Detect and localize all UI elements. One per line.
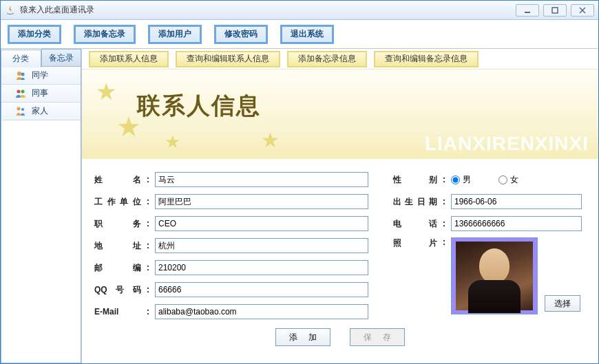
close-button[interactable]: [571, 4, 594, 17]
qq-field[interactable]: [155, 282, 368, 297]
sidebar-item-label: 家人: [32, 105, 48, 117]
main-area: 添加联系人信息 查询和编辑联系人信息 添加备忘录信息 查询和编辑备忘录信息 ★ …: [82, 49, 598, 363]
email-field[interactable]: [155, 304, 368, 319]
portrait-placeholder: [456, 242, 533, 310]
label-phone: 电 话: [393, 218, 437, 230]
sidebar: 分类 备忘录 同学 同事 家人: [1, 49, 82, 363]
svg-point-7: [21, 108, 24, 111]
people-color-icon: [15, 88, 26, 99]
subtab-add-contact[interactable]: 添加联系人信息: [89, 51, 169, 67]
sidebar-item-label: 同事: [32, 87, 48, 99]
tab-memo[interactable]: 备忘录: [41, 49, 82, 67]
svg-point-3: [21, 72, 25, 76]
add-category-button[interactable]: 添加分类: [8, 25, 61, 44]
people-icon: [15, 70, 26, 81]
category-list: 同学 同事 家人: [1, 67, 81, 363]
gender-radio-group: 男 女: [451, 174, 518, 186]
svg-point-2: [17, 72, 21, 76]
workplace-field[interactable]: [155, 194, 368, 209]
label-name: 姓 名: [94, 174, 141, 186]
save-button[interactable]: 保 存: [350, 328, 405, 346]
add-memo-button[interactable]: 添加备忘录: [74, 25, 136, 44]
maximize-button[interactable]: [543, 4, 567, 17]
label-photo: 照 片: [393, 237, 437, 249]
family-icon: [15, 106, 26, 117]
photo-preview: [451, 237, 538, 314]
postcode-field[interactable]: [155, 260, 368, 275]
phone-field[interactable]: [451, 216, 582, 231]
svg-point-4: [17, 89, 21, 93]
label-address: 地 址: [94, 240, 141, 252]
label-postcode: 邮 编: [94, 262, 141, 274]
position-field[interactable]: [155, 216, 368, 231]
sidebar-item-label: 同学: [32, 69, 48, 81]
svg-point-6: [17, 107, 21, 110]
subtab-add-memo[interactable]: 添加备忘录信息: [287, 51, 367, 67]
sub-toolbar: 添加联系人信息 查询和编辑联系人信息 添加备忘录信息 查询和编辑备忘录信息: [82, 49, 598, 69]
titlebar: 猿来入此桌面通讯录: [1, 1, 598, 20]
add-user-button[interactable]: 添加用户: [148, 25, 202, 44]
main-toolbar: 添加分类 添加备忘录 添加用户 修改密码 退出系统: [1, 20, 598, 49]
gender-female-radio[interactable]: [498, 175, 507, 184]
exit-system-button[interactable]: 退出系统: [280, 25, 334, 44]
subtab-query-memo[interactable]: 查询和编辑备忘录信息: [374, 51, 479, 67]
choose-photo-button[interactable]: 选择: [545, 295, 580, 312]
gender-female-option[interactable]: 女: [498, 174, 518, 186]
label-email: E-Mail: [94, 307, 141, 317]
window-title: 猿来入此桌面通讯录: [20, 4, 94, 16]
subtab-query-contact[interactable]: 查询和编辑联系人信息: [176, 51, 280, 67]
birthday-field[interactable]: [451, 194, 582, 209]
address-field[interactable]: [155, 238, 368, 253]
label-birthday: 出生日期: [393, 196, 437, 208]
label-qq: QQ号码: [94, 284, 141, 296]
svg-rect-0: [525, 12, 530, 13]
sidebar-item-classmate[interactable]: 同学: [1, 67, 81, 85]
svg-rect-1: [552, 8, 558, 13]
svg-point-5: [21, 89, 25, 93]
label-workplace: 工作单位: [94, 196, 141, 208]
tab-category[interactable]: 分类: [1, 50, 41, 67]
label-position: 职 务: [94, 218, 141, 230]
add-button[interactable]: 添 加: [275, 328, 330, 346]
change-password-button[interactable]: 修改密码: [214, 25, 268, 44]
sidebar-item-colleague[interactable]: 同事: [1, 85, 81, 103]
banner-subtitle: LIANXIRENXINXI: [425, 133, 589, 155]
java-icon: [5, 5, 16, 16]
contact-form: 姓 名: 工作单位: 职 务: 地 址: 邮 编: QQ号码: E-Mail: …: [82, 159, 598, 363]
gender-male-radio[interactable]: [451, 175, 460, 184]
gender-male-option[interactable]: 男: [451, 174, 471, 186]
sidebar-item-family[interactable]: 家人: [1, 103, 81, 120]
minimize-button[interactable]: [516, 4, 539, 17]
name-field[interactable]: [155, 172, 368, 187]
banner-title: 联系人信息: [137, 90, 261, 122]
banner: ★ ★ ★ ★ 联系人信息 LIANXIRENXINXI: [82, 69, 598, 159]
label-gender: 性 别: [393, 174, 437, 186]
